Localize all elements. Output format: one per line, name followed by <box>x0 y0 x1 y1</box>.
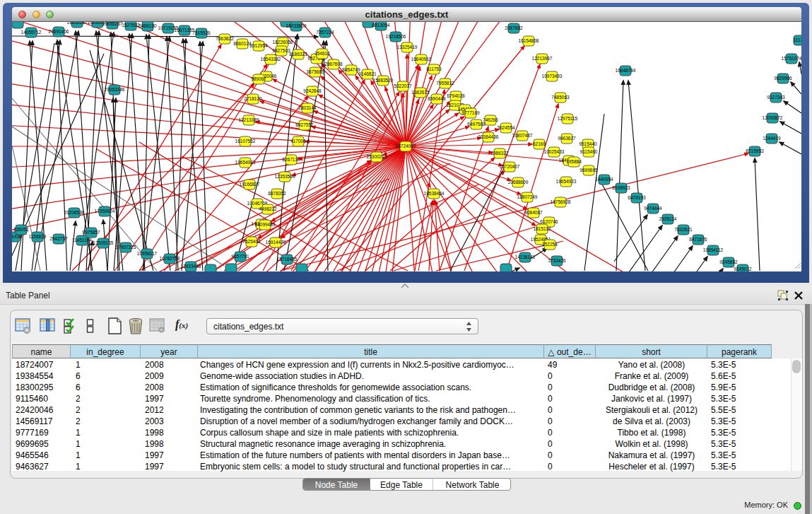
svg-text:14099489: 14099489 <box>255 222 276 227</box>
svg-text:11451194: 11451194 <box>72 238 92 243</box>
svg-text:6497568: 6497568 <box>467 122 486 127</box>
svg-text:6466160: 6466160 <box>139 23 157 28</box>
svg-text:12975115: 12975115 <box>558 116 578 121</box>
svg-text:6120746: 6120746 <box>540 219 558 224</box>
svg-text:1156829: 1156829 <box>29 234 47 239</box>
svg-text:9827503: 9827503 <box>272 48 290 53</box>
svg-text:19166827: 19166827 <box>240 182 260 187</box>
svg-text:811753: 811753 <box>426 66 442 71</box>
svg-text:8471676: 8471676 <box>689 237 707 242</box>
svg-text:7625402: 7625402 <box>242 239 261 244</box>
svg-text:6794028: 6794028 <box>447 93 465 98</box>
svg-text:11172: 11172 <box>793 37 801 42</box>
svg-text:6479193: 6479193 <box>628 195 646 200</box>
svg-text:10655287: 10655287 <box>102 22 123 26</box>
svg-text:7485063: 7485063 <box>551 95 570 100</box>
svg-text:12213967: 12213967 <box>532 56 553 61</box>
svg-text:8660124: 8660124 <box>233 41 252 46</box>
svg-text:9463627: 9463627 <box>558 136 576 141</box>
svg-text:16154808: 16154808 <box>519 38 539 43</box>
svg-text:62160: 62160 <box>533 141 546 146</box>
svg-text:18226058: 18226058 <box>273 40 293 45</box>
svg-text:10973493: 10973493 <box>542 74 563 78</box>
svg-text:8912954: 8912954 <box>249 43 268 48</box>
svg-text:16655287: 16655287 <box>67 22 88 25</box>
svg-text:16782759: 16782759 <box>160 256 180 261</box>
svg-text:8454749: 8454749 <box>342 67 360 72</box>
svg-text:9146821: 9146821 <box>358 71 377 76</box>
svg-text:1244419: 1244419 <box>763 136 781 141</box>
svg-text:15716485: 15716485 <box>277 257 298 262</box>
svg-text:2803144: 2803144 <box>298 105 317 110</box>
svg-text:16107552: 16107552 <box>235 139 256 144</box>
svg-text:3624554: 3624554 <box>497 125 515 130</box>
svg-text:12923448: 12923448 <box>181 264 201 269</box>
svg-text:3875685: 3875685 <box>306 69 324 74</box>
svg-text:8938923: 8938923 <box>612 185 630 190</box>
svg-text:10958117: 10958117 <box>137 251 158 256</box>
svg-text:5322037: 5322037 <box>394 83 412 88</box>
svg-text:16648784: 16648784 <box>616 68 636 73</box>
svg-text:9242848: 9242848 <box>303 88 322 93</box>
svg-text:19538454: 19538454 <box>424 191 445 196</box>
svg-text:7986322: 7986322 <box>490 151 509 156</box>
svg-text:8267130: 8267130 <box>282 157 300 162</box>
svg-text:2087682: 2087682 <box>505 25 523 30</box>
svg-text:9699695: 9699695 <box>579 168 598 173</box>
svg-text:16914479: 16914479 <box>266 240 286 245</box>
svg-text:7955812: 7955812 <box>436 81 454 86</box>
svg-text:10688609: 10688609 <box>508 180 529 185</box>
svg-text:2942757: 2942757 <box>49 236 68 241</box>
svg-text:9657791: 9657791 <box>231 254 249 259</box>
svg-text:14055712: 14055712 <box>21 30 42 35</box>
svg-text:4498222: 4498222 <box>259 206 277 211</box>
svg-text:8813054: 8813054 <box>372 23 390 28</box>
svg-text:19756928: 19756928 <box>551 199 571 204</box>
svg-text:7357224: 7357224 <box>316 30 334 35</box>
svg-text:7515526: 7515526 <box>192 30 211 35</box>
svg-text:18724007: 18724007 <box>396 144 416 148</box>
svg-text:10807487: 10807487 <box>512 133 533 138</box>
svg-text:25300215: 25300215 <box>367 154 387 159</box>
svg-text:9227343: 9227343 <box>767 95 785 100</box>
svg-text:16033809: 16033809 <box>286 23 307 28</box>
svg-text:12093872: 12093872 <box>763 115 783 120</box>
svg-text:252254: 252254 <box>542 242 558 247</box>
svg-text:17957225: 17957225 <box>116 245 136 250</box>
svg-text:20364436: 20364436 <box>478 134 499 139</box>
svg-text:8878352: 8878352 <box>268 191 286 196</box>
svg-text:7632621: 7632621 <box>674 227 693 232</box>
svg-text:8186323: 8186323 <box>289 52 307 57</box>
svg-text:1733426: 1733426 <box>548 258 566 263</box>
svg-text:8215953: 8215953 <box>746 148 764 153</box>
svg-text:18807249: 18807249 <box>517 194 538 199</box>
svg-text:15720407: 15720407 <box>500 164 520 169</box>
svg-text:9777169: 9777169 <box>461 110 480 115</box>
svg-text:417006: 417006 <box>290 139 306 144</box>
svg-text:9115460: 9115460 <box>580 149 598 154</box>
svg-text:12353594: 12353594 <box>275 174 295 179</box>
svg-text:20206536: 20206536 <box>64 210 85 215</box>
svg-text:15751074: 15751074 <box>782 56 801 61</box>
svg-text:195884: 195884 <box>566 159 582 164</box>
svg-text:9975857: 9975857 <box>82 230 100 235</box>
svg-text:16543382: 16543382 <box>261 57 281 62</box>
svg-text:9474444: 9474444 <box>644 206 662 211</box>
svg-text:16640910: 16640910 <box>411 57 432 62</box>
svg-text:14136141: 14136141 <box>515 255 536 259</box>
svg-text:8990448: 8990448 <box>428 96 446 101</box>
svg-text:13325419: 13325419 <box>397 45 418 49</box>
svg-text:989067: 989067 <box>251 76 266 81</box>
svg-text:8427552: 8427552 <box>295 122 314 127</box>
svg-text:19654923: 19654923 <box>556 179 577 184</box>
svg-text:154616: 154616 <box>314 51 330 56</box>
svg-text:1815112: 1815112 <box>534 226 551 231</box>
svg-text:7663822: 7663822 <box>216 36 234 41</box>
svg-text:19654923: 19654923 <box>235 160 256 165</box>
svg-text:17359924: 17359924 <box>95 209 115 214</box>
svg-text:10025433: 10025433 <box>544 149 565 154</box>
svg-text:12505135: 12505135 <box>93 240 114 245</box>
svg-text:2935114: 2935114 <box>659 216 677 221</box>
svg-text:9515440: 9515440 <box>579 141 597 146</box>
svg-text:12213389: 12213389 <box>239 117 259 122</box>
